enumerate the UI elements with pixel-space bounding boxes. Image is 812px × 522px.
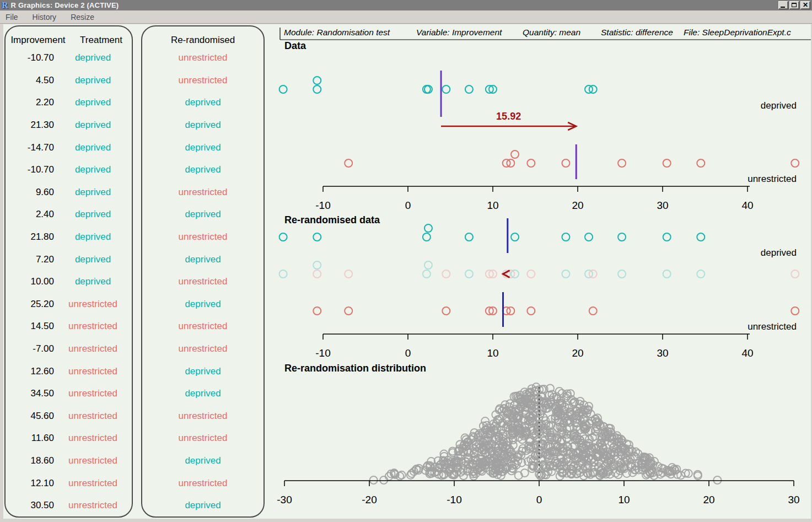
table-row: deprived <box>142 450 264 472</box>
distribution-outlier-dot <box>380 476 388 484</box>
data-point-circle <box>313 77 321 84</box>
data-point-circle <box>697 233 705 241</box>
improvement-value: 30.50 <box>6 500 54 511</box>
axis-tick-label: 20 <box>572 347 583 359</box>
rerandomised-value: unrestricted <box>142 52 264 63</box>
menu-item-file[interactable]: File <box>6 13 18 21</box>
table-row: 10.00deprived <box>6 271 132 293</box>
treatment-value: unrestricted <box>54 478 132 489</box>
axis-tick-label: -10 <box>315 200 330 211</box>
close-icon: ✕ <box>801 2 810 9</box>
table-row: unrestricted <box>142 181 264 204</box>
distribution-outlier-dot <box>713 476 721 484</box>
ghost-point-circle <box>697 270 705 278</box>
table-row: 21.30deprived <box>6 114 132 137</box>
data-point-circle <box>791 307 799 315</box>
axis-tick-label: 30 <box>657 200 668 211</box>
table-row: deprived <box>142 92 264 114</box>
data-point-circle <box>663 159 671 167</box>
treatment-value: unrestricted <box>54 411 132 422</box>
table-row: deprived <box>142 136 264 159</box>
ghost-point-circle <box>791 270 799 278</box>
column-header-improvement: Improvement <box>6 35 71 46</box>
treatment-value: unrestricted <box>54 299 132 310</box>
data-point-circle <box>313 85 321 93</box>
rerandomised-panel: Re-randomised unrestrictedunrestrictedde… <box>141 25 265 518</box>
rerandomised-value: unrestricted <box>142 321 264 332</box>
ghost-point-circle <box>313 261 321 269</box>
improvement-value: -14.70 <box>6 142 54 153</box>
section-title-distribution: Re-randomisation distribution <box>284 363 426 374</box>
data-point-circle <box>618 159 626 167</box>
treatment-value: unrestricted <box>54 343 132 354</box>
ghost-point-circle <box>527 270 535 278</box>
data-point-circle <box>562 159 569 167</box>
table-row: 2.20deprived <box>6 92 132 114</box>
data-point-circle <box>663 233 671 241</box>
table-row: -14.70deprived <box>6 136 132 159</box>
data-point-circle <box>313 307 321 315</box>
treatment-value: deprived <box>54 187 132 198</box>
menu-item-history[interactable]: History <box>33 13 57 21</box>
close-button[interactable]: ✕ <box>800 1 810 9</box>
group-label: deprived <box>761 100 797 111</box>
table-row: 45.60unrestricted <box>6 405 132 428</box>
minimize-button[interactable] <box>778 1 788 9</box>
data-table-header: Improvement Treatment <box>6 26 132 47</box>
data-point-circle <box>423 233 431 241</box>
data-point-circle <box>618 233 626 241</box>
ghost-point-circle <box>442 270 450 278</box>
improvement-value: -10.70 <box>6 164 54 175</box>
group-label: unrestricted <box>748 174 797 184</box>
titlebar[interactable]: R R Graphics: Device 2 (ACTIVE) ✕ <box>0 0 812 10</box>
group-label: deprived <box>761 247 797 258</box>
menu-item-resize[interactable]: Resize <box>71 13 94 21</box>
data-point-circle <box>424 224 432 232</box>
improvement-value: 11.60 <box>6 433 54 444</box>
maximize-button[interactable] <box>789 1 799 9</box>
rerandomised-value: deprived <box>142 164 264 175</box>
treatment-value: unrestricted <box>54 433 132 444</box>
plot-header-segment: Quantity: mean <box>523 28 580 37</box>
column-header-rerandomised: Re-randomised <box>171 35 235 46</box>
improvement-value: 25.20 <box>6 299 54 310</box>
data-point-circle <box>527 159 535 167</box>
treatment-value: deprived <box>54 254 132 265</box>
table-row: deprived <box>142 114 264 137</box>
rerandomised-value: deprived <box>142 97 264 108</box>
ghost-point-circle <box>663 270 671 278</box>
treatment-value: deprived <box>54 232 132 243</box>
treatment-value: deprived <box>54 97 132 108</box>
ghost-point-circle <box>345 270 352 278</box>
data-point-circle <box>279 233 287 241</box>
section-title-rerandomised-data: Re-randomised data <box>284 214 380 225</box>
improvement-value: 4.50 <box>6 75 54 86</box>
axis-tick-label: 30 <box>657 347 668 359</box>
ghost-point-circle <box>423 270 431 278</box>
rerandomised-body: unrestrictedunrestricteddepriveddeprived… <box>142 47 264 516</box>
plot-header-segment: File: SleepDeprivationExpt.c <box>684 28 791 37</box>
axis-tick-label: 30 <box>788 494 799 505</box>
data-point-circle <box>313 233 321 241</box>
window-controls: ✕ <box>778 1 810 9</box>
table-row: 12.60unrestricted <box>6 360 132 383</box>
rerandomised-value: deprived <box>142 455 264 466</box>
improvement-value: -10.70 <box>6 52 54 63</box>
treatment-value: deprived <box>54 142 132 153</box>
plot-header-segment: Statistic: difference <box>601 28 673 37</box>
table-row: 9.60deprived <box>6 181 132 204</box>
rerandomised-value: deprived <box>142 254 264 265</box>
table-row: 7.20deprived <box>6 248 132 271</box>
improvement-value: 18.60 <box>6 455 54 466</box>
data-table-panel: Improvement Treatment -10.70deprived4.50… <box>4 25 133 518</box>
data-point-circle <box>511 150 519 158</box>
axis-tick-label: 0 <box>405 200 411 211</box>
column-header-treatment: Treatment <box>71 35 132 46</box>
rerandomised-value: deprived <box>142 142 264 153</box>
improvement-value: 10.00 <box>6 276 54 287</box>
table-row: 11.60unrestricted <box>6 427 132 450</box>
rerandomised-value: deprived <box>142 209 264 220</box>
data-point-circle <box>465 85 473 93</box>
treatment-value: unrestricted <box>54 366 132 377</box>
improvement-value: 34.50 <box>6 388 54 399</box>
